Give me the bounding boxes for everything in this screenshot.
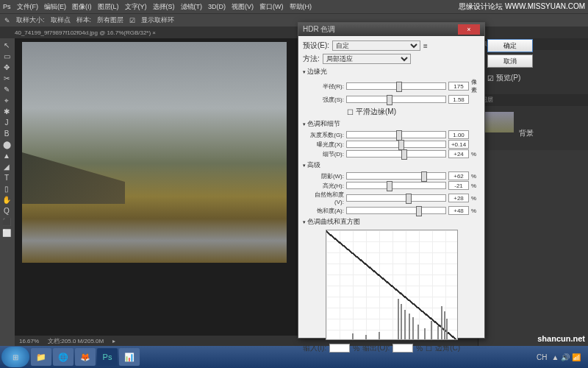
vibrance-value[interactable]: +28 — [448, 194, 469, 202]
path-tool[interactable]: ▯ — [0, 183, 13, 194]
menu-view[interactable]: 视图(V) — [232, 2, 254, 12]
crop-tool[interactable]: ✂ — [0, 73, 13, 84]
preset-menu-icon[interactable]: ≡ — [423, 42, 428, 50]
radius-unit: 像素 — [471, 78, 480, 94]
lasso-tool[interactable]: ✥ — [0, 62, 13, 73]
method-select[interactable]: 局部适应 — [323, 54, 411, 64]
taskbar-photoshop[interactable]: Ps — [97, 348, 118, 366]
saturation-slider[interactable] — [346, 207, 446, 214]
right-panels: 颜色 色板 图层 背景 — [478, 38, 588, 346]
gradient-tool[interactable]: ▲ — [0, 150, 13, 161]
sample-value[interactable]: 所有图层 — [97, 15, 123, 25]
menu-help[interactable]: 帮助(H) — [290, 2, 312, 12]
saturation-unit: % — [471, 208, 480, 214]
highlight-slider[interactable] — [346, 182, 446, 189]
vibrance-unit: % — [471, 195, 480, 202]
radius-value[interactable]: 175 — [448, 82, 469, 91]
cancel-button[interactable]: 取消 — [487, 54, 533, 68]
radius-slider[interactable] — [346, 82, 446, 90]
menu-layer[interactable]: 图层(L) — [98, 2, 119, 12]
menu-edit[interactable]: 编辑(E) — [44, 2, 66, 12]
detail-unit: % — [471, 151, 480, 158]
start-button[interactable]: ⊞ — [1, 347, 29, 367]
tone-curve[interactable] — [326, 230, 458, 340]
section-curve[interactable]: 色调曲线和直方图 — [303, 217, 480, 227]
taskbar-explorer[interactable]: 📁 — [31, 348, 51, 366]
section-advanced[interactable]: 高级 — [303, 160, 480, 170]
watermark-bottom: shancun.net — [537, 334, 585, 343]
menu-file[interactable]: 文件(F) — [17, 2, 39, 12]
exposure-value[interactable]: +0.14 — [448, 140, 469, 149]
status-arrow-icon[interactable]: ▸ — [112, 338, 115, 344]
fg-color[interactable]: ⬛ — [0, 216, 13, 227]
taskbar-app[interactable]: 📊 — [119, 348, 140, 366]
samplesize-label: 取样大小: — [16, 15, 45, 25]
ok-button[interactable]: 确定 — [487, 39, 533, 52]
sample-label: 样本: — [76, 15, 92, 25]
close-icon[interactable]: × — [458, 24, 480, 35]
quickmask-tool[interactable]: Q — [0, 205, 13, 216]
document-canvas[interactable] — [22, 42, 287, 263]
move-tool[interactable]: ↖ — [0, 40, 13, 51]
show-ring-label: 显示取样环 — [141, 15, 174, 25]
bg-color[interactable]: ⬜ — [0, 227, 13, 238]
detail-value[interactable]: +24 — [448, 149, 469, 158]
input-field[interactable] — [329, 344, 350, 353]
highlight-value[interactable]: -21 — [448, 181, 469, 190]
input-label: 输入(I): — [303, 343, 326, 353]
hdr-toning-dialog: HDR 色调 × 确定 取消 ☑预览(P) 预设(E): 自定 ≡ 方法: 局部… — [298, 22, 485, 339]
samplesize-value[interactable]: 取样点 — [51, 15, 71, 25]
type-tool[interactable]: T — [0, 172, 13, 183]
zoom-level[interactable]: 16.67% — [19, 338, 39, 344]
taskbar-firefox[interactable]: 🦊 — [75, 348, 96, 366]
menu-filter[interactable]: 滤镜(T) — [181, 2, 203, 12]
layers-panel: 背景 — [478, 106, 588, 150]
stamp-tool[interactable]: J — [0, 117, 13, 128]
strength-slider[interactable] — [346, 96, 446, 103]
section-tone-detail[interactable]: 色调和细节 — [303, 119, 480, 129]
hand-tool[interactable]: ✋ — [0, 194, 13, 205]
eraser-tool[interactable]: ⬤ — [0, 139, 13, 150]
eyedropper-tool[interactable]: ✎ — [0, 84, 13, 95]
corner-checkbox[interactable]: ☐ — [426, 344, 432, 353]
highlight-unit: % — [471, 183, 480, 189]
menu-type[interactable]: 文字(Y) — [125, 2, 147, 12]
exposure-slider[interactable] — [346, 141, 446, 148]
dialog-titlebar[interactable]: HDR 色调 × — [298, 23, 484, 36]
shadow-slider[interactable] — [346, 172, 446, 180]
preview-checkbox[interactable]: ☑预览(P) — [487, 73, 533, 83]
show-ring-checkbox[interactable]: ☑ — [129, 17, 135, 24]
layer-thumbnail[interactable] — [484, 112, 514, 132]
brush-tool[interactable]: ✱ — [0, 106, 13, 117]
method-label: 方法: — [303, 54, 320, 64]
detail-slider[interactable] — [346, 150, 446, 158]
strength-value[interactable]: 1.58 — [448, 95, 469, 104]
output-field[interactable] — [392, 344, 413, 353]
menu-window[interactable]: 窗口(W) — [259, 2, 284, 12]
menu-image[interactable]: 图像(I) — [72, 2, 92, 12]
healing-tool[interactable]: ⌖ — [0, 95, 13, 106]
tray-icons[interactable]: ▲ 🔊 📶 — [552, 353, 581, 361]
smooth-checkbox[interactable]: ☐ — [347, 108, 354, 116]
saturation-value[interactable]: +48 — [448, 206, 469, 215]
section-edge-glow[interactable]: 边缘光 — [303, 67, 480, 77]
menu-select[interactable]: 选择(S) — [153, 2, 175, 12]
history-brush-tool[interactable]: B — [0, 128, 13, 139]
pen-tool[interactable]: ◢ — [0, 161, 13, 172]
shadow-value[interactable]: +62 — [448, 171, 469, 180]
taskbar-ie[interactable]: 🌐 — [53, 348, 74, 366]
layers-panel-header[interactable]: 图层 — [478, 94, 588, 106]
gamma-value[interactable]: 1.00 — [448, 130, 469, 139]
gamma-slider[interactable] — [346, 131, 446, 138]
shadow-unit: % — [471, 173, 480, 180]
detail-label: 细节(D): — [309, 150, 344, 158]
tray-lang[interactable]: CH — [537, 353, 547, 361]
vibrance-slider[interactable] — [346, 194, 446, 202]
menu-3d[interactable]: 3D(D) — [208, 3, 226, 10]
system-tray[interactable]: CH ▲ 🔊 📶 — [537, 353, 587, 361]
preset-select[interactable]: 自定 — [332, 40, 420, 51]
dialog-body: 预设(E): 自定 ≡ 方法: 局部适应 边缘光 半径(R):175像素 强度(… — [298, 36, 484, 358]
marquee-tool[interactable]: ▭ — [0, 51, 13, 62]
document-tab[interactable]: 40_74199_9f79897f102f04d.jpg @ 16.7%(RGB… — [15, 29, 156, 36]
layer-name[interactable]: 背景 — [519, 129, 534, 137]
